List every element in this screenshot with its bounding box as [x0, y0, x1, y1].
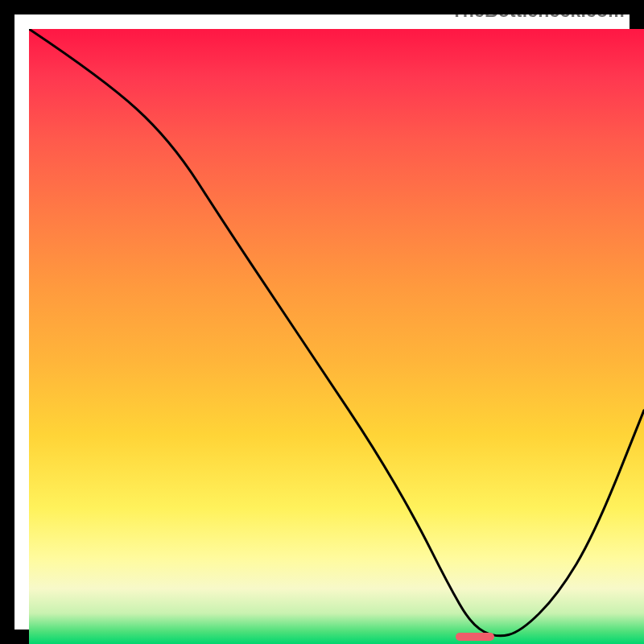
chart-plot-area: [29, 29, 644, 644]
bottleneck-curve: [29, 29, 644, 644]
chart-frame: [0, 0, 644, 644]
optimum-marker: [456, 633, 494, 641]
